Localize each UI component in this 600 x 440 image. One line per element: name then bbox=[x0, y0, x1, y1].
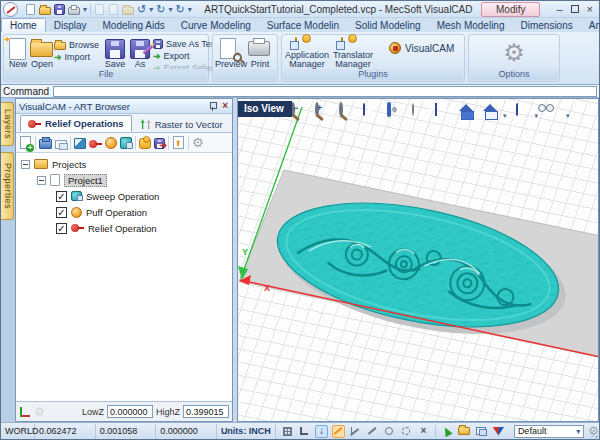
redo-dropdown-icon[interactable]: ▾ bbox=[168, 5, 172, 14]
line-snap-icon[interactable] bbox=[366, 425, 379, 438]
refresh-icon[interactable]: ↻ bbox=[175, 3, 184, 15]
undo-icon[interactable]: ↺ bbox=[137, 3, 146, 15]
tab-mesh-modeling[interactable]: Mesh Modeling bbox=[429, 19, 513, 32]
export-relief-icon[interactable] bbox=[173, 136, 184, 149]
command-input[interactable] bbox=[53, 86, 597, 97]
standard-views-dropdown-icon[interactable]: ▾ bbox=[535, 112, 539, 121]
save-file-icon[interactable] bbox=[54, 4, 65, 15]
modify-button[interactable]: Modify bbox=[481, 2, 540, 17]
cut-icon[interactable] bbox=[95, 4, 104, 15]
save-as-button[interactable]: Save As bbox=[127, 36, 153, 69]
resize-grip[interactable] bbox=[590, 430, 598, 438]
viewport-3d[interactable]: X Y Iso View − + ▾ ▾ ▾ bbox=[237, 98, 599, 422]
print-button[interactable]: Print bbox=[245, 36, 275, 69]
plugin-manager-icon[interactable] bbox=[139, 138, 151, 149]
grid-snap-icon[interactable] bbox=[281, 425, 294, 438]
display-mode-dropdown-icon[interactable]: ▾ bbox=[566, 112, 570, 121]
project1-label[interactable]: Project1 bbox=[64, 174, 107, 187]
tab-curve-modeling[interactable]: Curve Modeling bbox=[173, 19, 259, 32]
rotate-view-icon[interactable] bbox=[410, 104, 427, 121]
quadrant-snap-icon[interactable] bbox=[400, 425, 413, 438]
new-file-icon[interactable] bbox=[26, 4, 35, 15]
tab-properties[interactable]: Properties bbox=[1, 152, 14, 220]
tab-dimensions[interactable]: Dimensions bbox=[512, 19, 580, 32]
tab-layers[interactable]: Layers bbox=[1, 102, 14, 146]
tab-display[interactable]: Display bbox=[46, 19, 95, 32]
tab-surface-modeling[interactable]: Surface Modelin bbox=[259, 19, 347, 32]
new-button[interactable]: ✦ New bbox=[6, 36, 30, 69]
sweep-operation-icon[interactable] bbox=[74, 138, 86, 149]
visualcam-dropdown-button[interactable]: VisualCAM ▾ bbox=[384, 39, 481, 57]
tree-node-puff-operation[interactable]: ✓ Puff Operation bbox=[16, 204, 232, 220]
browse-button[interactable]: Browse bbox=[54, 39, 99, 50]
tree-node-sweep-operation[interactable]: ✓ Sweep Operation bbox=[16, 188, 232, 204]
panel-close-icon[interactable]: × bbox=[222, 101, 228, 111]
options-gear-icon[interactable]: ⚙ bbox=[503, 40, 525, 66]
puff-operation-icon[interactable] bbox=[105, 137, 117, 149]
settings-gear-icon[interactable]: ⚙ bbox=[192, 135, 204, 150]
home-view-icon[interactable] bbox=[458, 104, 475, 121]
pan-icon[interactable] bbox=[386, 104, 403, 121]
axis-triad-icon[interactable] bbox=[19, 406, 31, 418]
viewport-layout-icon[interactable] bbox=[475, 425, 488, 438]
save-relief-icon[interactable]: ➜ bbox=[154, 138, 165, 149]
print-icon[interactable] bbox=[68, 7, 80, 15]
machine-setup-icon[interactable] bbox=[39, 139, 52, 149]
stock-icon[interactable] bbox=[55, 140, 67, 149]
tree-node-projects[interactable]: Projects bbox=[16, 156, 232, 172]
intersection-snap-icon[interactable]: × bbox=[417, 425, 430, 438]
paste-icon[interactable] bbox=[122, 7, 134, 15]
translator-manager-button[interactable]: Translator Manager bbox=[330, 36, 376, 69]
customize-toolbar-icon[interactable]: ▾ bbox=[188, 5, 192, 14]
close-button[interactable]: × bbox=[587, 4, 593, 15]
circle-snap-icon[interactable] bbox=[383, 425, 396, 438]
collapse-icon[interactable] bbox=[37, 176, 46, 185]
zoom-extents-icon[interactable] bbox=[362, 104, 379, 121]
print-dropdown-icon[interactable]: ▾ bbox=[83, 5, 87, 14]
maximize-button[interactable] bbox=[571, 5, 579, 13]
app-logo-icon[interactable] bbox=[3, 2, 18, 17]
tab-relief-operations[interactable]: Relief Operations bbox=[20, 115, 132, 132]
print-preview-button[interactable]: Print Preview bbox=[215, 36, 245, 69]
tree-node-relief-operation[interactable]: ✓ Relief Operation bbox=[16, 220, 232, 236]
layer-dropdown[interactable]: Default ▾ bbox=[514, 425, 584, 438]
pin-icon[interactable] bbox=[209, 102, 216, 111]
new-relief-icon[interactable] bbox=[20, 136, 31, 149]
sweep-checkbox[interactable]: ✓ bbox=[56, 191, 67, 202]
zoom-in-icon[interactable]: + bbox=[314, 104, 331, 121]
zoom-out-icon[interactable]: − bbox=[290, 104, 307, 121]
layer-folder-icon[interactable] bbox=[458, 425, 471, 438]
minimize-button[interactable]: – bbox=[556, 4, 562, 15]
coord-system-label[interactable]: WORLD bbox=[1, 424, 35, 439]
relief-checkbox[interactable]: ✓ bbox=[56, 223, 67, 234]
application-manager-button[interactable]: Application Manager bbox=[284, 36, 330, 69]
tab-home[interactable]: Home bbox=[1, 18, 46, 32]
view-presets-icon[interactable] bbox=[482, 104, 499, 121]
gravity-snap-icon[interactable]: ↓ bbox=[315, 425, 328, 438]
maximize-viewport-icon[interactable] bbox=[434, 104, 451, 121]
open-button[interactable]: Open bbox=[30, 36, 54, 69]
puff-checkbox[interactable]: ✓ bbox=[56, 207, 67, 218]
sketch-line-icon[interactable] bbox=[332, 425, 345, 438]
cursor-pick-icon[interactable] bbox=[441, 425, 454, 438]
display-mode-icon[interactable] bbox=[545, 104, 562, 121]
tab-analyze[interactable]: Analyze bbox=[581, 19, 600, 32]
tree-node-project1[interactable]: Project1 bbox=[16, 172, 232, 188]
standard-views-icon[interactable] bbox=[514, 104, 531, 121]
texture-tool-icon[interactable] bbox=[120, 137, 132, 149]
collapse-icon[interactable] bbox=[21, 160, 30, 169]
zoom-window-icon[interactable] bbox=[338, 104, 355, 121]
view-presets-dropdown-icon[interactable]: ▾ bbox=[503, 112, 507, 121]
undo-dropdown-icon[interactable]: ▾ bbox=[149, 5, 153, 14]
tab-solid-modeling[interactable]: Solid Modeling bbox=[347, 19, 429, 32]
relief-operation-icon[interactable] bbox=[89, 140, 102, 148]
units-label[interactable]: Units: INCH bbox=[217, 424, 276, 439]
save-button[interactable]: Save bbox=[103, 36, 127, 69]
coordinate-origin-icon[interactable] bbox=[298, 425, 311, 438]
redo-icon[interactable]: ↻ bbox=[156, 3, 165, 15]
open-file-icon[interactable] bbox=[39, 7, 51, 15]
import-button[interactable]: ➜ Import bbox=[54, 52, 99, 62]
tab-raster-to-vector[interactable]: Raster to Vector bbox=[134, 117, 230, 132]
tab-modeling-aids[interactable]: Modeling Aids bbox=[94, 19, 172, 32]
angle-snap-icon[interactable] bbox=[349, 425, 362, 438]
